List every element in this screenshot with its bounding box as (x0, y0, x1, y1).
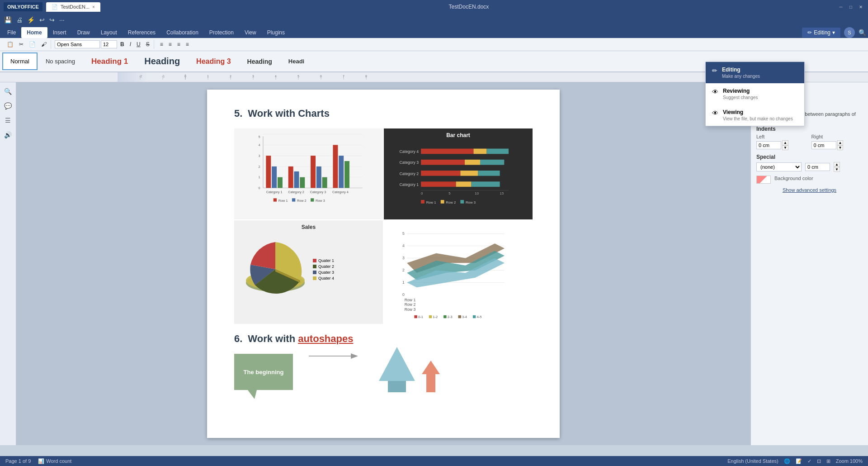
special-value-input[interactable] (805, 163, 830, 171)
special-increment[interactable]: ▲ (834, 162, 840, 167)
menu-home[interactable]: Home (21, 27, 47, 38)
toolbar-area: 💾 🖨 ⚡ ↩ ↪ ··· (0, 14, 868, 27)
search-icon[interactable]: 🔍 (859, 29, 866, 36)
align-center-button[interactable]: ≡ (166, 40, 174, 49)
left-increment[interactable]: ▲ (782, 140, 788, 145)
dropdown-viewing[interactable]: 👁 Viewing View the file, but make no cha… (706, 105, 804, 126)
print-button[interactable]: 🖨 (15, 15, 24, 24)
tab-close[interactable]: × (92, 5, 95, 10)
svg-text:Category 2: Category 2 (288, 190, 304, 194)
dropdown-editing[interactable]: ✏ Editing Make any changes (706, 62, 804, 83)
menu-layout[interactable]: Layout (95, 27, 123, 38)
paste-button[interactable]: 📋 (5, 40, 16, 49)
tab-icon: 📄 (52, 4, 58, 10)
charts-grid: 0 1 2 3 4 5 6 (234, 128, 533, 324)
undo-button[interactable]: ↩ (38, 15, 46, 24)
sales-chart-title: Sales (238, 224, 379, 230)
show-advanced-link[interactable]: Show advanced settings (756, 187, 863, 193)
editing-dropdown-title: Editing (722, 67, 798, 73)
right-increment[interactable]: ▲ (837, 140, 844, 145)
style-heading2[interactable]: Heading (137, 53, 188, 70)
window-controls: ─ □ ✕ (837, 3, 864, 10)
align-right-button[interactable]: ≡ (175, 40, 183, 49)
svg-text:4: 4 (402, 243, 405, 248)
indents-group: Left ▲ ▼ Right ▲ ▼ (756, 134, 863, 150)
headings-sidebar-icon[interactable]: ☰ (3, 115, 13, 126)
bar-chart-dark-svg: Category 4 Category 3 Category 2 (387, 142, 529, 214)
save-button[interactable]: 💾 (3, 15, 13, 24)
svg-text:Row 1: Row 1 (278, 199, 288, 203)
menu-collaboration[interactable]: Collaboration (161, 27, 204, 38)
left-decrement[interactable]: ▼ (782, 145, 788, 150)
format-painter-button[interactable]: 🖌 (39, 40, 49, 49)
svg-rect-41 (294, 171, 299, 188)
font-name-input[interactable] (55, 40, 100, 48)
menu-protection[interactable]: Protection (204, 27, 239, 38)
left-sidebar: 🔍 💬 ☰ 🔊 (0, 82, 16, 445)
minimize-button[interactable]: ─ (837, 3, 844, 10)
style-heading4[interactable]: Heading (240, 53, 280, 70)
pie-chart-svg (241, 238, 309, 301)
ribbon: 📋 ✂ 📄 🖌 B I U S ≡ ≡ ≡ ≡ (0, 38, 868, 51)
quick-print-button[interactable]: ⚡ (26, 15, 36, 24)
svg-text:6: 6 (258, 132, 260, 133)
menu-file[interactable]: File (2, 27, 21, 38)
svg-rect-46 (333, 145, 338, 188)
close-button[interactable]: ✕ (857, 3, 864, 10)
style-heading1[interactable]: Heading 1 (84, 53, 136, 70)
svg-rect-62 (487, 149, 509, 154)
more-button[interactable]: ··· (58, 15, 66, 24)
left-indent-input[interactable] (756, 141, 781, 149)
svg-text:Row 1: Row 1 (426, 200, 436, 204)
menu-references[interactable]: References (123, 27, 161, 38)
right-indent-input[interactable] (811, 141, 836, 149)
redo-button[interactable]: ↪ (48, 15, 56, 24)
menu-plugins[interactable]: Plugins (262, 27, 290, 38)
speech-bubble-container: The beginning (234, 354, 297, 390)
viewing-dropdown-subtitle: View the file, but make no changes (723, 116, 798, 121)
comment-sidebar-icon[interactable]: 💬 (2, 100, 14, 111)
copy-button[interactable]: 📄 (27, 40, 38, 49)
menu-draw[interactable]: Draw (72, 27, 95, 38)
bg-color-swatch[interactable] (756, 176, 771, 184)
cut-button[interactable]: ✂ (17, 40, 26, 49)
app-logo: ONLYOFFICE (4, 2, 42, 11)
special-decrement[interactable]: ▼ (834, 167, 840, 172)
strikethrough-button[interactable]: S (144, 40, 152, 49)
section6-highlight: autoshapes (298, 333, 353, 344)
main-area: 🔍 💬 ☰ 🔊 5. Work with Charts (0, 82, 868, 445)
left-spinners: ▲ ▼ (782, 140, 788, 150)
font-size-input[interactable] (101, 40, 117, 48)
style-heading5[interactable]: Headi (281, 53, 312, 70)
style-no-spacing[interactable]: No spacing (38, 53, 83, 70)
document-tab[interactable]: 📄 TestDocEN... × (46, 2, 100, 12)
svg-text:1: 1 (207, 75, 209, 78)
editing-mode-button[interactable]: ✏ Editing ▾ (802, 28, 840, 38)
3d-chart-box: 5 4 3 2 1 0 Row 1 (384, 220, 533, 324)
svg-rect-109 (443, 315, 446, 318)
dropdown-reviewing[interactable]: 👁 Reviewing Suggest changes (706, 83, 804, 105)
style-heading3[interactable]: Heading 3 (189, 53, 238, 70)
maximize-button[interactable]: □ (847, 3, 854, 10)
align-left-button[interactable]: ≡ (158, 40, 165, 49)
legend-label-q3: Quater 3 (318, 270, 334, 275)
font-group: B I U S (53, 40, 154, 49)
svg-rect-47 (339, 156, 344, 188)
svg-text:Category 1: Category 1 (400, 182, 419, 187)
menu-view[interactable]: View (239, 27, 262, 38)
search-sidebar-icon[interactable]: 🔍 (2, 86, 14, 97)
tts-sidebar-icon[interactable]: 🔊 (2, 129, 14, 140)
svg-text:5: 5 (258, 135, 260, 139)
special-select[interactable]: (none) First line Hanging (756, 162, 802, 171)
underline-button[interactable]: U (134, 40, 143, 49)
justify-button[interactable]: ≡ (184, 40, 191, 49)
svg-rect-40 (288, 166, 293, 188)
style-h2-label: Heading (144, 56, 180, 67)
bold-button[interactable]: B (118, 40, 127, 49)
right-decrement[interactable]: ▼ (837, 145, 844, 150)
style-normal[interactable]: Normal (3, 53, 37, 70)
menu-insert[interactable]: Insert (47, 27, 72, 38)
italic-button[interactable]: I (127, 40, 133, 49)
svg-rect-64 (421, 160, 465, 165)
triangle-svg (370, 345, 424, 399)
